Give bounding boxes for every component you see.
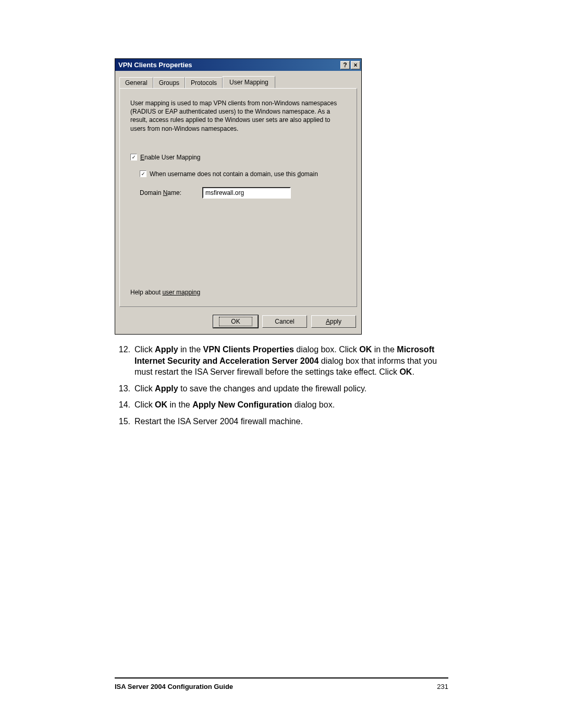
- dialog-title: VPN Clients Properties: [118, 61, 339, 69]
- instruction-number: 13.: [115, 383, 130, 394]
- enable-user-mapping-checkbox[interactable]: ✓: [130, 154, 137, 161]
- help-icon[interactable]: ?: [340, 61, 350, 69]
- ok-button[interactable]: OK: [213, 315, 258, 328]
- instruction-number: 15.: [115, 416, 130, 427]
- user-mapping-help-link[interactable]: user mapping: [162, 289, 200, 296]
- enable-user-mapping-label: Enable User Mapping: [140, 154, 200, 161]
- domain-name-row: Domain Name:: [140, 187, 346, 199]
- page-number: 231: [437, 683, 448, 690]
- when-username-row: ✓ When username does not contain a domai…: [140, 170, 346, 178]
- apply-button[interactable]: Apply: [311, 315, 356, 328]
- help-about-line: Help about user mapping: [130, 289, 200, 296]
- dialog-buttons: OK Cancel Apply: [115, 315, 361, 334]
- domain-name-label: Domain Name:: [140, 189, 181, 196]
- close-icon[interactable]: ×: [351, 61, 360, 69]
- tab-user-mapping[interactable]: User Mapping: [223, 76, 275, 88]
- cancel-button[interactable]: Cancel: [262, 315, 307, 328]
- instruction-text: Click Apply in the VPN Clients Propertie…: [134, 344, 448, 378]
- vpn-clients-properties-dialog: VPN Clients Properties ? × General Group…: [115, 58, 362, 335]
- instruction-item: 13.Click Apply to save the changes and u…: [115, 383, 448, 394]
- instruction-item: 15.Restart the ISA Server 2004 firewall …: [115, 416, 448, 427]
- tab-groups[interactable]: Groups: [153, 77, 185, 89]
- page-footer: ISA Server 2004 Configuration Guide 231: [115, 677, 448, 690]
- instruction-number: 14.: [115, 399, 130, 411]
- instruction-text: Click OK in the Apply New Configuration …: [134, 399, 448, 411]
- instruction-item: 12.Click Apply in the VPN Clients Proper…: [115, 344, 448, 378]
- domain-name-input[interactable]: [202, 187, 291, 199]
- dialog-body: General Groups Protocols User Mapping Us…: [115, 71, 361, 315]
- instruction-list: 12.Click Apply in the VPN Clients Proper…: [115, 344, 448, 427]
- instruction-number: 12.: [115, 344, 130, 378]
- enable-user-mapping-row: ✓ Enable User Mapping: [130, 154, 346, 161]
- instruction-item: 14.Click OK in the Apply New Configurati…: [115, 399, 448, 411]
- tab-panel-user-mapping: User mapping is used to map VPN clients …: [119, 88, 357, 307]
- instruction-text: Click Apply to save the changes and upda…: [134, 383, 448, 394]
- tab-general[interactable]: General: [119, 77, 153, 89]
- tab-strip: General Groups Protocols User Mapping: [119, 76, 357, 88]
- footer-title: ISA Server 2004 Configuration Guide: [115, 683, 233, 690]
- when-username-label: When username does not contain a domain,…: [150, 170, 318, 178]
- tab-protocols[interactable]: Protocols: [185, 77, 223, 89]
- user-mapping-description: User mapping is used to map VPN clients …: [130, 99, 346, 133]
- when-username-checkbox[interactable]: ✓: [140, 170, 146, 177]
- dialog-titlebar: VPN Clients Properties ? ×: [115, 59, 361, 71]
- instruction-text: Restart the ISA Server 2004 firewall mac…: [134, 416, 448, 427]
